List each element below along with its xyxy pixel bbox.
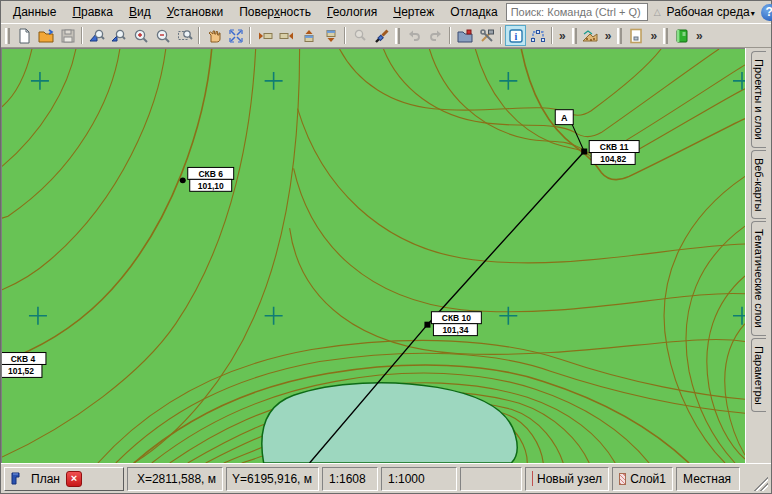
current-scale-field: 1:1608 bbox=[322, 467, 378, 491]
empty-status-field bbox=[460, 467, 522, 491]
menu-geology[interactable]: Геология bbox=[319, 3, 385, 21]
svg-text:101,34: 101,34 bbox=[442, 325, 468, 335]
toolbar-separator bbox=[249, 27, 251, 44]
plan-icon bbox=[10, 471, 25, 486]
toolbar-grip[interactable] bbox=[663, 28, 668, 44]
tools-icon[interactable] bbox=[476, 25, 497, 46]
toolbar-overflow-button[interactable]: » bbox=[556, 29, 569, 43]
svg-text:i: i bbox=[514, 31, 517, 42]
toolbar-grip[interactable] bbox=[572, 28, 577, 44]
borehole-6-point[interactable] bbox=[180, 177, 186, 183]
scroll-left-icon[interactable] bbox=[254, 25, 275, 46]
new-document-icon[interactable] bbox=[13, 25, 34, 46]
menu-edit[interactable]: Правка bbox=[64, 3, 121, 21]
toolbar-separator bbox=[198, 27, 200, 44]
toolbar-separator bbox=[449, 27, 451, 44]
toolbar-separator bbox=[551, 27, 553, 44]
menu-data[interactable]: Данные bbox=[5, 3, 64, 21]
borehole-10-label[interactable]: СКВ 10 101,34 bbox=[431, 312, 481, 336]
toolbar-grip[interactable] bbox=[395, 28, 400, 44]
toolbar-overflow-button[interactable]: » bbox=[693, 29, 706, 43]
layer-field[interactable]: Слой1 bbox=[612, 467, 673, 491]
toolbar-separator bbox=[344, 27, 346, 44]
repaint-brush-icon[interactable] bbox=[371, 25, 392, 46]
svg-text:104,82: 104,82 bbox=[600, 154, 626, 164]
topographic-map[interactable]: А СКВ 6 101,10 СКВ 11 104,82 bbox=[2, 49, 745, 463]
menu-settings[interactable]: Установки bbox=[159, 3, 232, 21]
borehole-10-point[interactable] bbox=[424, 322, 430, 328]
polyline-nodes-icon[interactable] bbox=[527, 25, 548, 46]
zoom-initial-icon[interactable] bbox=[86, 25, 107, 46]
plan-tab-label: План bbox=[31, 472, 60, 486]
map-canvas[interactable]: А СКВ 6 101,10 СКВ 11 104,82 bbox=[1, 48, 745, 463]
menu-debug[interactable]: Отладка bbox=[442, 3, 505, 21]
info-icon[interactable]: i bbox=[505, 25, 526, 46]
command-search-input[interactable] bbox=[506, 3, 648, 21]
find-icon[interactable] bbox=[349, 25, 370, 46]
drawing-sheet-icon[interactable] bbox=[625, 25, 646, 46]
toolbar-separator bbox=[81, 27, 83, 44]
pan-icon[interactable] bbox=[203, 25, 224, 46]
toolbar-overflow-button[interactable]: » bbox=[647, 29, 660, 43]
close-icon[interactable]: × bbox=[66, 471, 82, 487]
tab-thematic-layers[interactable]: Тематические слои bbox=[751, 221, 766, 336]
x-coordinate-field: X=2811,588, м bbox=[127, 467, 223, 491]
right-panel-tabs: Проекты и слои Веб-карты Тематические сл… bbox=[745, 48, 771, 463]
zoom-out-icon[interactable] bbox=[152, 25, 173, 46]
svg-text:СКВ 10: СКВ 10 bbox=[442, 313, 472, 323]
new-node-icon bbox=[532, 471, 533, 486]
zoom-in-icon[interactable] bbox=[130, 25, 151, 46]
set-scale-field[interactable]: 1:1000 bbox=[381, 467, 457, 491]
scroll-down-icon[interactable] bbox=[320, 25, 341, 46]
tab-projects-and-layers[interactable]: Проекты и слои bbox=[751, 51, 766, 148]
borehole-11-label[interactable]: СКВ 11 104,82 bbox=[589, 141, 639, 165]
expand-triangle-icon[interactable]: △ bbox=[654, 7, 661, 17]
menu-surface[interactable]: Поверхность bbox=[231, 3, 319, 21]
redo-icon[interactable] bbox=[425, 25, 446, 46]
mode-field[interactable]: Новый узел bbox=[525, 467, 609, 491]
tab-web-maps[interactable]: Веб-карты bbox=[751, 150, 766, 219]
zoom-previous-icon[interactable] bbox=[108, 25, 129, 46]
application-window: Данные Правка Вид Установки Поверхность … bbox=[0, 0, 772, 494]
surface-editor-icon[interactable] bbox=[580, 25, 601, 46]
coordinate-system-field[interactable]: Местная bbox=[676, 467, 740, 491]
svg-text:А: А bbox=[561, 113, 568, 123]
main-toolbar: i » » » » bbox=[1, 23, 771, 48]
toolbar-grip[interactable] bbox=[5, 28, 10, 44]
svg-text:СКВ 11: СКВ 11 bbox=[600, 142, 629, 152]
svg-text:101,10: 101,10 bbox=[198, 181, 224, 191]
toolbar-grip[interactable] bbox=[617, 28, 622, 44]
toolbar-separator bbox=[500, 27, 502, 44]
chevron-down-icon: ▾ bbox=[751, 9, 755, 18]
resize-grip[interactable] bbox=[754, 477, 768, 491]
svg-text:СКВ 4: СКВ 4 bbox=[11, 354, 36, 364]
svg-text:СКВ 6: СКВ 6 bbox=[198, 169, 223, 179]
workspace-menu[interactable]: Рабочая среда▾ bbox=[667, 5, 755, 19]
fit-extents-icon[interactable] bbox=[225, 25, 246, 46]
undo-icon[interactable] bbox=[403, 25, 424, 46]
help-book-icon[interactable] bbox=[671, 25, 692, 46]
menu-drawing[interactable]: Чертеж bbox=[385, 3, 442, 21]
point-a-label[interactable]: А bbox=[555, 110, 573, 125]
borehole-6-label[interactable]: СКВ 6 101,10 bbox=[188, 167, 234, 191]
menu-bar: Данные Правка Вид Установки Поверхность … bbox=[1, 1, 771, 23]
svg-text:101,52: 101,52 bbox=[8, 366, 34, 376]
y-coordinate-field: Y=6195,916, м bbox=[226, 467, 319, 491]
scroll-up-icon[interactable] bbox=[298, 25, 319, 46]
open-project-icon[interactable] bbox=[35, 25, 56, 46]
save-all-icon[interactable] bbox=[57, 25, 78, 46]
layer-swatch-icon bbox=[619, 473, 626, 485]
borehole-11-point[interactable] bbox=[581, 149, 587, 155]
help-icon[interactable]: ? bbox=[761, 4, 772, 21]
status-bar: План × X=2811,588, м Y=6195,916, м 1:160… bbox=[1, 463, 771, 493]
tab-parameters[interactable]: Параметры bbox=[751, 338, 766, 413]
toolbar-overflow-button[interactable]: » bbox=[602, 29, 615, 43]
plan-view-tab[interactable]: План × bbox=[4, 467, 124, 491]
menu-view[interactable]: Вид bbox=[121, 3, 159, 21]
zoom-window-icon[interactable] bbox=[174, 25, 195, 46]
project-folder-icon[interactable] bbox=[454, 25, 475, 46]
scroll-right-icon[interactable] bbox=[276, 25, 297, 46]
borehole-4-label[interactable]: СКВ 4 101,52 bbox=[2, 353, 46, 378]
